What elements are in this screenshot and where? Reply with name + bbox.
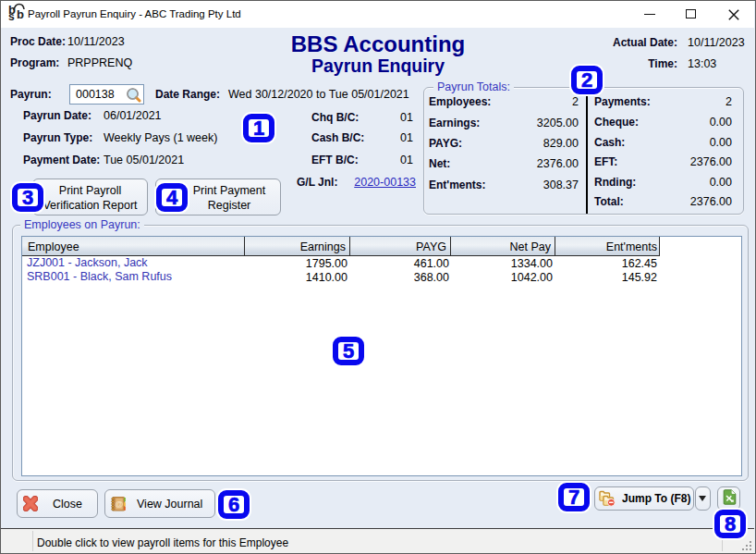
svg-text:@: @ (116, 499, 124, 509)
